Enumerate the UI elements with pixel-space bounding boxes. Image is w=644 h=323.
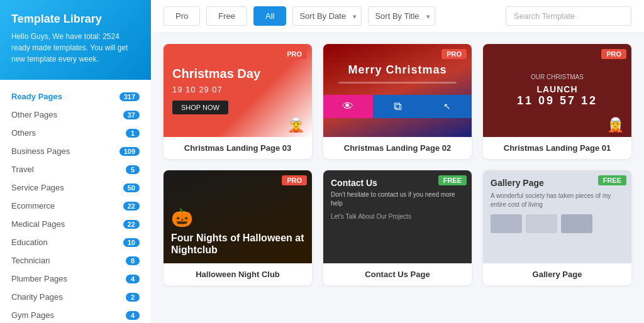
sidebar-item-ready-pages[interactable]: Ready Pages 317 xyxy=(0,87,151,106)
card-title: Halloween Night Club xyxy=(164,263,312,285)
card-title: Christmas Landing Page 01 xyxy=(483,137,631,159)
sidebar-item-technician[interactable]: Technician 8 xyxy=(0,251,151,270)
card-title: Contact Us Page xyxy=(323,263,472,285)
sidebar-item-charity-pages[interactable]: Charity Pages 2 xyxy=(0,288,151,306)
filter-pro-button[interactable]: Pro xyxy=(164,6,200,26)
sidebar: Template Library Hello Guys, We have tot… xyxy=(0,0,151,323)
sidebar-header: Template Library Hello Guys, We have tot… xyxy=(0,0,151,80)
card-title: Christmas Landing Page 02 xyxy=(323,137,472,159)
sidebar-item-label: Travel xyxy=(11,165,34,174)
template-card-xmas1[interactable]: OUR CHRISTMAS LAUNCH 11 09 57 12 🧝 PRO 👁… xyxy=(483,44,631,159)
card-thumbnail: Merry Christmas 👁 ⧉ ↖ PRO 👁 ⧉ xyxy=(323,44,472,137)
template-card-gallery[interactable]: Gallery Page A wonderful society has tak… xyxy=(483,170,631,285)
sidebar-item-label: Charity Pages xyxy=(11,292,63,302)
filter-all-button[interactable]: All xyxy=(253,6,286,26)
toolbar: ProFreeAll Sort By Date Sort By Title xyxy=(151,0,644,33)
sidebar-item-label: Others xyxy=(11,128,36,138)
search-input[interactable] xyxy=(506,6,631,26)
sort-title-wrap: Sort By Title xyxy=(368,6,435,26)
sidebar-item-badge: 5 xyxy=(126,165,140,174)
sidebar-item-badge: 109 xyxy=(119,147,140,156)
sort-title-select[interactable]: Sort By Title xyxy=(368,6,435,26)
sidebar-item-badge: 37 xyxy=(123,111,140,119)
sidebar-item-badge: 22 xyxy=(123,202,140,211)
preview-button[interactable]: 👁 xyxy=(208,78,233,103)
sidebar-description: Hello Guys, We have total: 2524 ready ma… xyxy=(11,31,140,65)
sidebar-item-label: Plumber Pages xyxy=(11,274,67,283)
insert-button[interactable]: ⧉ xyxy=(243,78,268,103)
sidebar-item-plumber-pages[interactable]: Plumber Pages 4 xyxy=(0,270,151,288)
card-thumbnail: 🎃 Four Nights of Halloween at Nightclub … xyxy=(164,170,312,263)
template-grid: Christmas Day 19 10 29 07 SHOP NOW 🧝 PRO… xyxy=(164,44,631,285)
card-thumbnail: OUR CHRISTMAS LAUNCH 11 09 57 12 🧝 PRO 👁… xyxy=(483,44,631,137)
sidebar-item-business-pages[interactable]: Business Pages 109 xyxy=(0,142,151,160)
main-content: ProFreeAll Sort By Date Sort By Title xyxy=(151,0,644,323)
sidebar-item-medical-pages[interactable]: Medical Pages 22 xyxy=(0,215,151,233)
insert-button[interactable]: ⧉ xyxy=(562,78,587,103)
card-thumbnail: Gallery Page A wonderful society has tak… xyxy=(483,170,631,263)
sidebar-item-badge: 317 xyxy=(119,92,140,101)
preview-button[interactable]: 👁 xyxy=(208,204,233,229)
template-card-xmas2[interactable]: Merry Christmas 👁 ⧉ ↖ PRO 👁 ⧉ Christmas … xyxy=(323,44,472,159)
filter-free-button[interactable]: Free xyxy=(206,6,247,26)
sidebar-item-travel[interactable]: Travel 5 xyxy=(0,160,151,178)
sidebar-item-ecommerce[interactable]: Ecommerce 22 xyxy=(0,197,151,215)
sidebar-navigation: Ready Pages 317 Other Pages 37 Others 1 … xyxy=(0,80,151,323)
preview-button[interactable]: 👁 xyxy=(367,78,392,103)
card-thumbnail: Contact Us Don't hesitate to contact us … xyxy=(323,170,472,263)
sidebar-item-badge: 1 xyxy=(126,129,140,138)
sidebar-item-label: Business Pages xyxy=(11,146,70,156)
card-title: Gallery Page xyxy=(483,263,631,285)
sidebar-item-badge: 8 xyxy=(126,256,140,265)
insert-button[interactable]: ⧉ xyxy=(402,78,428,103)
sidebar-item-badge: 10 xyxy=(123,238,140,247)
sidebar-item-others[interactable]: Others 1 xyxy=(0,124,151,142)
insert-button[interactable]: ⧉ xyxy=(243,204,268,229)
sidebar-item-label: Medical Pages xyxy=(11,219,65,229)
sidebar-item-other-pages[interactable]: Other Pages 37 xyxy=(0,106,151,124)
sidebar-item-label: Service Pages xyxy=(11,183,64,192)
preview-button[interactable]: 👁 xyxy=(527,78,552,103)
preview-button[interactable]: 👁 xyxy=(367,204,392,229)
preview-button[interactable]: 👁 xyxy=(527,204,552,229)
sidebar-item-badge: 50 xyxy=(123,183,140,192)
sidebar-item-label: Other Pages xyxy=(11,110,57,119)
sidebar-item-badge: 22 xyxy=(123,220,140,229)
sidebar-item-service-pages[interactable]: Service Pages 50 xyxy=(0,178,151,197)
card-thumbnail: Christmas Day 19 10 29 07 SHOP NOW 🧝 PRO… xyxy=(164,44,312,137)
sidebar-item-gym-pages[interactable]: Gym Pages 4 xyxy=(0,306,151,323)
sidebar-item-badge: 4 xyxy=(126,275,140,283)
sidebar-item-label: Technician xyxy=(11,256,50,265)
template-card-contact[interactable]: Contact Us Don't hesitate to contact us … xyxy=(323,170,472,285)
sort-date-select[interactable]: Sort By Date xyxy=(292,6,362,26)
template-grid-area: Christmas Day 19 10 29 07 SHOP NOW 🧝 PRO… xyxy=(151,33,644,323)
sort-date-wrap: Sort By Date xyxy=(292,6,362,26)
insert-button[interactable]: ⧉ xyxy=(402,204,428,229)
sidebar-item-label: Gym Pages xyxy=(11,310,54,320)
sidebar-item-label: Education xyxy=(11,238,48,247)
sidebar-item-education[interactable]: Education 10 xyxy=(0,233,151,251)
sidebar-item-label: Ecommerce xyxy=(11,201,55,211)
sidebar-item-badge: 4 xyxy=(126,311,140,320)
sidebar-item-label: Ready Pages xyxy=(11,92,62,101)
card-title: Christmas Landing Page 03 xyxy=(164,137,312,159)
template-card-xmas3[interactable]: Christmas Day 19 10 29 07 SHOP NOW 🧝 PRO… xyxy=(164,44,312,159)
template-card-halloween[interactable]: 🎃 Four Nights of Halloween at Nightclub … xyxy=(164,170,312,285)
sidebar-title: Template Library xyxy=(11,13,140,26)
sidebar-item-badge: 2 xyxy=(126,293,140,302)
insert-button[interactable]: ⧉ xyxy=(562,204,587,229)
